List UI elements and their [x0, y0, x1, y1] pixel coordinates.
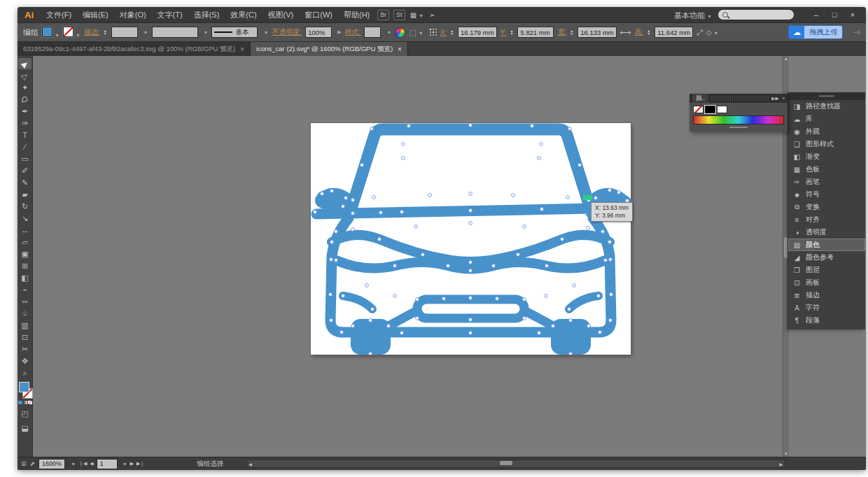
menu-item-1[interactable]: 编辑(E) [77, 10, 114, 20]
gradient-tool[interactable]: ◧ [18, 272, 31, 283]
menu-item-4[interactable]: 选择(S) [188, 10, 225, 20]
dock-panel-transform[interactable]: ⧉变换 [788, 201, 865, 213]
black-swatch[interactable] [705, 106, 715, 113]
dock-panel-symbols[interactable]: ♣符号 [788, 188, 865, 201]
color-spectrum-bar[interactable] [693, 115, 784, 124]
width-profile-field[interactable] [152, 27, 198, 38]
column-graph-tool[interactable]: ▥ [18, 320, 31, 331]
line-segment-tool[interactable]: ∕ [18, 141, 31, 152]
x-field[interactable]: 16.179 mm [458, 27, 497, 38]
dock-panel-color-guide[interactable]: ◢颜色参考 [788, 251, 865, 264]
dock-panel-layers[interactable]: ❒图层 [788, 264, 865, 276]
collapse-control-bar-icon[interactable]: −≡ [853, 29, 860, 36]
workspace-switcher[interactable]: 基本功能▼ [674, 8, 712, 21]
slice-tool[interactable]: ✂ [18, 343, 31, 355]
document-tab-1[interactable]: 6319529a-09c1-4497-af43-2bf92acafec3.svg… [18, 42, 251, 56]
zoom-tool[interactable]: ⌕ [18, 367, 31, 378]
color-mode-buttons[interactable] [18, 401, 32, 404]
constrain-proportions-icon[interactable]: ⟷ [620, 28, 631, 37]
symbol-sprayer-tool[interactable]: ♧ [18, 308, 31, 319]
menu-item-7[interactable]: 窗口(W) [299, 10, 338, 20]
screen-mode-icon[interactable]: ⬓ [18, 422, 31, 434]
fill-color-swatch[interactable]: ▼ [42, 27, 59, 38]
dock-panel-transparency[interactable]: ◑透明度 [788, 226, 865, 239]
dock-panel-appearance[interactable]: ◉外观 [788, 125, 865, 138]
status-grid-icon[interactable]: ⊞ [21, 460, 27, 467]
cloud-upload-button[interactable]: ☁ 拖拽上传 [788, 25, 843, 39]
gradient-button[interactable] [23, 401, 27, 404]
dock-panel-paragraph[interactable]: ¶段落 [788, 314, 865, 327]
selection-tool[interactable]: ▶ [18, 58, 31, 69]
width-field[interactable]: 16.133 mm [578, 27, 617, 38]
status-export-icon[interactable]: ⬈ [30, 460, 36, 467]
last-artboard-icon[interactable]: ▶❘ [136, 461, 144, 467]
horizontal-scrollbar[interactable]: ◀ ▶ [246, 460, 785, 468]
stroke-weight-stepper[interactable]: ▲▼ [104, 29, 107, 35]
left-wheel[interactable] [351, 319, 391, 355]
panel-drag-grip[interactable] [711, 96, 769, 101]
horizontal-scroll-thumb[interactable] [500, 461, 512, 465]
drawing-mode-icon[interactable]: ◰ [18, 408, 31, 419]
tab-2-close-icon[interactable]: × [398, 45, 402, 53]
opacity-field[interactable]: 100% [305, 27, 332, 38]
artboard[interactable] [311, 123, 631, 355]
scroll-down-icon[interactable]: ▼ [783, 452, 789, 456]
menu-item-0[interactable]: 文件(F) [41, 10, 77, 20]
height-stepper[interactable]: ▲▼ [647, 29, 650, 35]
dock-panel-swatches[interactable]: ▦色板 [788, 163, 865, 176]
brush-definition-field[interactable]: 基本 [211, 27, 258, 38]
eyedropper-tool[interactable]: ⌁ [18, 284, 31, 295]
height-field[interactable]: 11.642 mm [654, 27, 693, 38]
stroke-panel-link[interactable]: 描边: [84, 27, 100, 37]
dock-panel-libraries[interactable]: ☁库 [788, 113, 865, 125]
color-button[interactable] [18, 401, 22, 404]
y-stepper[interactable]: ▲▼ [510, 29, 514, 35]
align-dropdown[interactable]: ⬚▼ [409, 28, 423, 37]
rectangle-tool[interactable]: ▭ [18, 153, 31, 164]
width-stepper[interactable]: ▲▼ [570, 29, 573, 35]
dock-panel-character[interactable]: A字符 [788, 301, 865, 314]
width-tool[interactable]: ↔ [18, 225, 31, 236]
car-icon-artwork[interactable] [311, 123, 631, 355]
dock-panel-brushes[interactable]: ✑画笔 [788, 176, 865, 188]
artboard-tool[interactable]: ⊡ [18, 332, 31, 343]
search-box[interactable] [718, 9, 794, 20]
search-input[interactable] [731, 10, 783, 20]
bridge-button[interactable]: Br [377, 10, 389, 20]
blend-tool[interactable]: ∾ [18, 296, 31, 307]
menu-item-3[interactable]: 文字(T) [152, 10, 188, 20]
none-swatch[interactable] [693, 106, 704, 113]
artboard-number-field[interactable]: 1 [97, 459, 118, 469]
toolbar-fill-swatch[interactable] [19, 382, 29, 392]
first-artboard-icon[interactable]: ❘◀ [79, 461, 87, 467]
reference-point-locator[interactable] [430, 29, 431, 30]
selected-anchor-highlight[interactable] [583, 195, 592, 200]
minimize-button[interactable]: – [807, 8, 825, 22]
rotate-tool[interactable]: ↻ [18, 201, 31, 212]
dock-panel-pathfinder[interactable]: ◨路径查找器 [788, 100, 865, 113]
prev-artboard-icon[interactable]: ◀ [90, 461, 93, 467]
magic-wand-tool[interactable]: ✦ [18, 82, 31, 93]
style-link[interactable]: 样式: [345, 27, 361, 37]
dock-panel-color[interactable]: ▧颜色 [788, 239, 865, 251]
x-stepper[interactable]: ▲▼ [450, 29, 454, 35]
menu-item-6[interactable]: 视图(V) [262, 10, 300, 20]
pencil-tool[interactable]: ✎ [18, 177, 31, 188]
dock-panel-artboards[interactable]: ⊡画板 [788, 276, 865, 289]
menu-item-2[interactable]: 对象(O) [114, 10, 152, 20]
scale-strokes-icon[interactable]: ⤢ [696, 28, 703, 37]
white-swatch[interactable] [717, 106, 727, 113]
shape-builder-tool[interactable]: ▣ [18, 248, 31, 259]
stroke-color-swatch[interactable]: ▼ [63, 27, 80, 38]
paintbrush-tool[interactable]: ✐ [18, 165, 31, 176]
panel-menu-icon[interactable]: ≡ [782, 96, 785, 101]
lasso-tool[interactable]: Ϙ [18, 94, 31, 105]
recolor-artwork-icon[interactable] [395, 27, 405, 38]
scale-tool[interactable]: ↘ [18, 213, 31, 224]
menu-item-5[interactable]: 效果(C) [225, 10, 262, 20]
menu-item-8[interactable]: 帮助(H) [338, 10, 375, 20]
dock-panel-graphic-styles[interactable]: ❑图形样式 [788, 138, 865, 150]
gpu-performance-icon[interactable]: ➢ [429, 11, 435, 19]
tab-1-close-icon[interactable]: × [240, 45, 244, 53]
free-transform-tool[interactable]: ▱ [18, 236, 31, 248]
